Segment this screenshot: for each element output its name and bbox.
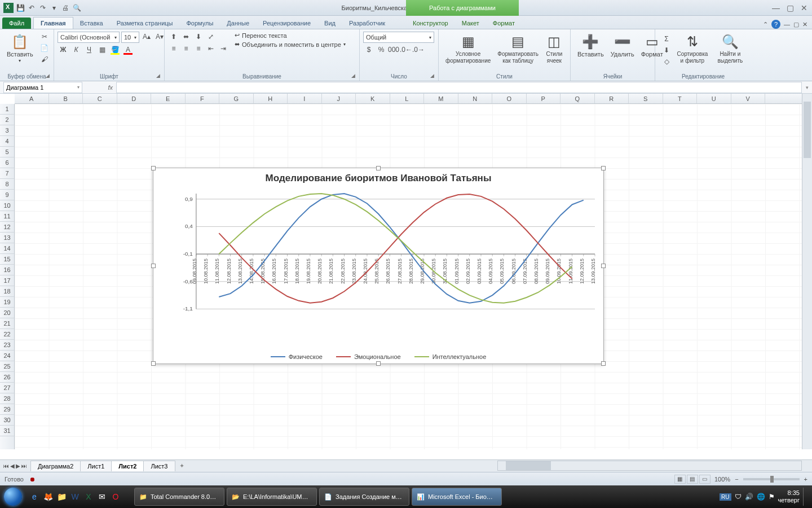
row-header[interactable]: 18 [0,286,14,297]
row-header[interactable]: 14 [0,243,14,254]
zoom-thumb[interactable] [770,476,774,483]
taskbar-clock[interactable]: 8:35 четверг [778,489,800,504]
column-header[interactable]: D [117,94,152,103]
tab-formulas[interactable]: Формулы [179,17,220,29]
expand-formula-icon[interactable]: ▾ [802,85,812,90]
tab-file[interactable]: Файл [2,17,31,29]
align-top-icon[interactable]: ⬆ [168,32,179,42]
tab-chart-layout[interactable]: Макет [455,17,486,29]
resize-handle[interactable] [151,166,156,170]
resize-handle[interactable] [601,361,606,366]
row-header[interactable]: 7 [0,168,14,179]
sheet-tab[interactable]: Диаграмма2 [30,461,81,471]
row-header[interactable]: 4 [0,136,14,147]
cell-styles-button[interactable]: ◫Стили ячеек [542,32,567,65]
paste-button[interactable]: 📋 Вставить ▾ [3,32,37,65]
row-header[interactable]: 2 [0,115,14,125]
row-header[interactable]: 31 [0,426,14,436]
number-format-combo[interactable]: Общий▾ [363,32,434,43]
column-header[interactable]: P [527,94,561,103]
formula-input[interactable] [116,82,802,93]
fx-icon[interactable]: fx [108,84,113,91]
row-header[interactable]: 23 [0,340,14,351]
taskbar-item[interactable]: 📊Microsoft Excel - Био… [412,488,502,506]
row-header[interactable]: 26 [0,372,14,383]
page-layout-icon[interactable]: ▤ [687,475,698,484]
font-size-combo[interactable]: 10▾ [121,32,139,43]
resize-handle[interactable] [601,264,606,268]
format-table-button[interactable]: ▤Форматировать как таблицу [494,32,542,65]
scroll-thumb[interactable] [804,102,811,158]
tab-chart-design[interactable]: Конструктор [406,17,455,29]
column-header[interactable]: B [49,94,83,103]
sheet-nav-last-icon[interactable]: ⏭ [21,463,27,469]
mdi-close-icon[interactable]: ✕ [802,21,807,28]
sheet-tab[interactable]: Лист1 [80,461,112,471]
resize-handle[interactable] [376,166,381,170]
scroll-thumb[interactable] [506,461,551,470]
zoom-out-icon[interactable]: − [735,476,738,483]
dialog-launcher-icon[interactable]: ◢ [156,73,163,80]
indent-inc-icon[interactable]: ⇥ [218,43,229,54]
zoom-in-icon[interactable]: + [804,476,807,483]
column-header[interactable]: L [390,94,425,103]
column-header[interactable]: U [697,94,731,103]
tab-chart-format[interactable]: Формат [486,17,522,29]
tray-icon[interactable]: 🛡 [735,493,742,501]
tab-home[interactable]: Главная [33,17,73,29]
column-header[interactable]: E [151,94,186,103]
fill-color-icon[interactable]: 🪣 [109,45,121,55]
row-header[interactable]: 15 [0,254,14,265]
tray-icon[interactable]: 🔊 [745,493,753,501]
name-box[interactable]: Диаграмма 1▾ [3,82,82,93]
undo-icon[interactable]: ↶ [27,3,36,12]
tab-insert[interactable]: Вставка [73,17,110,29]
delete-cells-button[interactable]: ➖Удалить [607,32,638,59]
chart-title[interactable]: Моделирование биоритмов Ивановой Татьяны [153,168,603,186]
new-sheet-icon[interactable]: ✦ [175,462,189,470]
taskbar-item[interactable]: 📄Задания Создание м… [319,488,409,506]
fill-icon[interactable]: ⬇ [661,45,672,55]
column-header[interactable]: N [458,94,493,103]
row-header[interactable]: 17 [0,275,14,286]
sheet-nav-prev-icon[interactable]: ◀ [10,463,15,469]
maximize-icon[interactable]: ▢ [787,3,794,12]
shrink-font-icon[interactable]: A▾ [154,32,165,42]
tray-icon[interactable]: ⚑ [769,493,775,501]
dec-decimal-icon[interactable]: .0→ [413,45,424,55]
cut-icon[interactable]: ✂ [39,32,50,42]
normal-view-icon[interactable]: ▦ [674,475,686,484]
row-header[interactable]: 16 [0,265,14,275]
row-header[interactable]: 22 [0,329,14,340]
row-header[interactable]: 5 [0,147,14,157]
align-right-icon[interactable]: ≡ [193,43,204,54]
currency-icon[interactable]: $ [363,45,374,55]
start-button[interactable] [0,485,26,508]
clear-icon[interactable]: ◇ [661,56,672,67]
qat-icon[interactable]: ▾ [50,3,59,12]
redo-icon[interactable]: ↷ [38,3,47,12]
pin-word-icon[interactable]: W [69,489,81,505]
row-header[interactable]: 29 [0,404,14,415]
align-middle-icon[interactable]: ⬌ [180,32,192,42]
pin-firefox-icon[interactable]: 🦊 [42,489,54,505]
underline-button[interactable]: Ч [83,45,95,55]
resize-handle[interactable] [151,264,156,268]
row-header[interactable]: 28 [0,393,14,404]
row-header[interactable]: 21 [0,318,14,329]
autosum-icon[interactable]: Σ [661,34,672,44]
orientation-icon[interactable]: ⤢ [205,32,217,42]
inc-decimal-icon[interactable]: .0← [400,45,412,55]
sheet-tab[interactable]: Лист3 [143,461,175,471]
wrap-text-button[interactable]: ↩Перенос текста [235,32,346,39]
merge-button[interactable]: ⬌Объединить и поместить в центре▾ [235,41,346,48]
minimize-icon[interactable]: — [772,3,780,12]
save-icon[interactable]: 💾 [16,3,25,12]
font-color-icon[interactable]: A [122,45,134,55]
tab-data[interactable]: Данные [220,17,256,29]
column-header[interactable]: G [219,94,254,103]
pin-tc-icon[interactable]: 📁 [55,489,68,505]
column-header[interactable]: K [356,94,390,103]
tab-developer[interactable]: Разработчик [342,17,392,29]
align-left-icon[interactable]: ≡ [168,43,179,54]
